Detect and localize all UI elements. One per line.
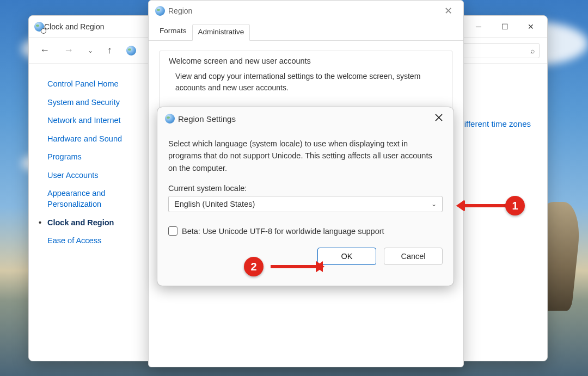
maximize-button[interactable]: ☐ [499, 21, 510, 32]
rs-titlebar: Region Settings [157, 107, 454, 130]
tab-formats[interactable]: Formats [154, 23, 192, 40]
utf8-checkbox[interactable] [168, 226, 177, 236]
region-settings-dialog: Region Settings Select which language (s… [157, 107, 454, 286]
arrowhead-2 [316, 261, 330, 272]
search-icon: ⌕ [530, 46, 535, 55]
sidebar-item-programs[interactable]: Programs [47, 152, 143, 163]
region-settings-icon [165, 114, 175, 124]
cp-title: Clock and Region [44, 22, 105, 31]
rs-description: Select which language (system locale) to… [168, 138, 443, 174]
address-bar-icon [126, 46, 136, 56]
annotation-marker-1: 1 [505, 196, 525, 215]
system-locale-value: English (United States) [174, 200, 255, 208]
region-tabs: Formats Administrative [149, 23, 463, 41]
tab-administrative[interactable]: Administrative [192, 24, 250, 41]
nav-up-icon[interactable]: ↑ [104, 42, 115, 58]
annotation-marker-2: 2 [244, 257, 264, 276]
timezone-link[interactable]: ifferent time zones [464, 119, 531, 128]
sidebar-item-ease[interactable]: Ease of Access [47, 236, 143, 246]
group-heading: Welcome screen and new user accounts [169, 57, 443, 65]
utf8-checkbox-label: Beta: Use Unicode UTF-8 for worldwide la… [182, 227, 384, 236]
sidebar-item-hardware[interactable]: Hardware and Sound [47, 134, 143, 145]
region-titlebar: Region ✕ [149, 1, 463, 21]
region-title: Region [168, 7, 192, 15]
region-close-button[interactable]: ✕ [440, 4, 457, 18]
rs-title: Region Settings [178, 114, 236, 124]
sidebar-item-users[interactable]: User Accounts [47, 170, 143, 181]
clock-region-icon [34, 22, 44, 32]
sidebar-item-network[interactable]: Network and Internet [47, 115, 143, 126]
close-button[interactable]: ✕ [525, 21, 536, 32]
sidebar-item-clock-region[interactable]: Clock and Region [47, 218, 143, 229]
sidebar-item-appearance[interactable]: Appearance and Personalization [47, 188, 143, 209]
minimize-button[interactable]: ─ [473, 21, 484, 32]
cp-sidebar: Control Panel Home System and Security N… [29, 64, 143, 361]
annotation-arrow-1 [458, 204, 506, 207]
region-icon [155, 6, 165, 16]
utf8-checkbox-row: Beta: Use Unicode UTF-8 for worldwide la… [168, 226, 443, 236]
sidebar-item-system[interactable]: System and Security [47, 97, 143, 108]
sidebar-item-home[interactable]: Control Panel Home [47, 79, 143, 90]
nav-back-icon[interactable]: ← [36, 42, 53, 58]
rs-locale-label: Current system locale: [168, 184, 443, 193]
nav-dropdown-icon[interactable]: ⌄ [84, 45, 96, 57]
cancel-button[interactable]: Cancel [384, 248, 443, 265]
rs-close-button[interactable] [432, 113, 446, 125]
system-locale-dropdown[interactable]: English (United States) ⌄ [168, 196, 443, 212]
chevron-down-icon: ⌄ [431, 200, 437, 208]
group-description: View and copy your international setting… [169, 71, 443, 94]
arrowhead-1 [451, 200, 465, 211]
nav-forward-icon[interactable]: → [60, 42, 77, 58]
